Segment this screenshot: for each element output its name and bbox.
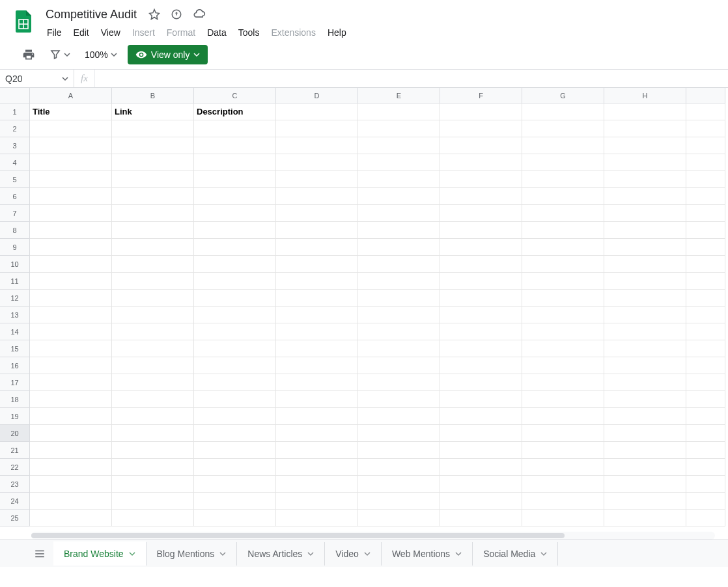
cell[interactable] [194,222,276,239]
cell[interactable] [358,273,440,290]
cell[interactable] [358,154,440,171]
cell[interactable]: Title [30,103,112,120]
cell[interactable] [522,154,604,171]
cell[interactable]: Description [194,103,276,120]
cell[interactable] [440,307,522,323]
filter-icon[interactable] [46,45,74,64]
cell[interactable] [522,188,604,205]
cell[interactable] [440,137,522,154]
row-header[interactable]: 13 [0,307,30,323]
cell[interactable] [112,357,194,374]
cell[interactable] [358,222,440,239]
row-header[interactable]: 10 [0,256,30,273]
select-all-cell[interactable] [0,88,30,103]
row-header[interactable]: 4 [0,154,30,171]
cell[interactable] [194,374,276,391]
cell[interactable] [440,442,522,459]
cell[interactable] [276,340,358,357]
chevron-down-icon[interactable] [129,551,135,557]
cell[interactable] [686,459,725,476]
cell[interactable] [30,171,112,188]
cell[interactable] [440,323,522,340]
column-header[interactable]: G [522,88,604,103]
row-header[interactable]: 20 [0,425,30,442]
cell[interactable] [440,357,522,374]
chevron-down-icon[interactable] [219,551,226,557]
sheet-tab[interactable]: News Articles [237,542,325,566]
cell[interactable] [358,374,440,391]
cell[interactable] [194,408,276,425]
cell[interactable] [358,120,440,137]
cell[interactable] [440,476,522,493]
cell[interactable] [686,137,725,154]
row-header[interactable]: 24 [0,493,30,510]
cell[interactable] [112,273,194,290]
cell[interactable] [604,239,686,256]
cell[interactable] [112,307,194,323]
row-header[interactable]: 14 [0,323,30,340]
cell[interactable] [440,205,522,222]
cell[interactable] [30,154,112,171]
cell[interactable] [604,493,686,510]
cell[interactable] [686,391,725,408]
cell[interactable] [604,408,686,425]
cell[interactable] [522,357,604,374]
all-sheets-icon[interactable] [26,543,53,565]
row-header[interactable]: 1 [0,103,30,120]
cell[interactable] [112,205,194,222]
cell[interactable] [276,290,358,307]
cell[interactable]: Link [112,103,194,120]
cell[interactable] [112,374,194,391]
cell[interactable] [440,425,522,442]
cell[interactable] [30,307,112,323]
cell[interactable] [522,239,604,256]
cell[interactable] [358,307,440,323]
menu-tools[interactable]: Tools [233,25,265,40]
cell[interactable] [30,442,112,459]
cell[interactable] [440,391,522,408]
sheet-tab[interactable]: Blog Mentions [147,542,238,566]
cell[interactable] [358,493,440,510]
row-header[interactable]: 21 [0,442,30,459]
cell[interactable] [686,442,725,459]
sheets-logo[interactable] [10,8,36,34]
cell[interactable] [686,120,725,137]
cell[interactable] [194,171,276,188]
cell[interactable] [522,493,604,510]
cell[interactable] [440,510,522,526]
cell[interactable] [604,374,686,391]
row-header[interactable]: 5 [0,171,30,188]
cell[interactable] [30,222,112,239]
cell[interactable] [440,256,522,273]
cell[interactable] [112,476,194,493]
cell[interactable] [112,425,194,442]
cell[interactable] [112,323,194,340]
cell[interactable] [276,442,358,459]
cell[interactable] [358,137,440,154]
move-icon[interactable] [168,6,185,23]
menu-help[interactable]: Help [322,25,352,40]
cell[interactable] [522,476,604,493]
cell[interactable] [30,188,112,205]
cell[interactable] [30,273,112,290]
cell[interactable] [276,137,358,154]
cell[interactable] [686,307,725,323]
cell[interactable] [30,425,112,442]
cell[interactable] [604,425,686,442]
cell[interactable] [440,154,522,171]
chevron-down-icon[interactable] [364,551,371,557]
formula-input[interactable] [95,70,728,87]
cell[interactable] [112,442,194,459]
cell[interactable] [358,256,440,273]
cell[interactable] [686,510,725,526]
cell[interactable] [30,340,112,357]
cell[interactable] [604,442,686,459]
column-header[interactable]: D [276,88,358,103]
row-header[interactable]: 11 [0,273,30,290]
cell[interactable] [276,205,358,222]
row-header[interactable]: 9 [0,239,30,256]
cell[interactable] [194,442,276,459]
cell[interactable] [604,459,686,476]
row-header[interactable]: 2 [0,120,30,137]
cell[interactable] [604,340,686,357]
